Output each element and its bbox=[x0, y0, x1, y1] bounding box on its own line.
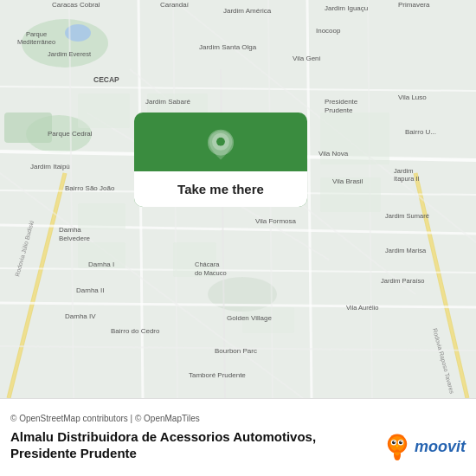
svg-rect-3 bbox=[4, 113, 52, 143]
svg-text:Jardim América: Jardim América bbox=[223, 7, 272, 15]
svg-text:Jardim Itaipú: Jardim Itaipú bbox=[30, 163, 70, 170]
svg-text:Bairro U...: Bairro U... bbox=[405, 128, 436, 136]
svg-text:Damha IV: Damha IV bbox=[65, 312, 96, 320]
svg-text:Vila Geni: Vila Geni bbox=[293, 55, 321, 62]
svg-text:Vila Nova: Vila Nova bbox=[318, 150, 349, 158]
svg-text:Itapura II: Itapura II bbox=[394, 175, 420, 183]
moovit-logo: moovit bbox=[383, 433, 466, 460]
location-pin-icon bbox=[203, 128, 238, 163]
moovit-mascot-icon bbox=[383, 433, 411, 460]
take-me-there-button[interactable]: Take me there bbox=[134, 171, 307, 207]
svg-text:Jardim Paraíso: Jardim Paraíso bbox=[381, 277, 424, 285]
bottom-bar: © OpenStreetMap contributors | © OpenMap… bbox=[0, 398, 476, 476]
svg-text:Jardim Everest: Jardim Everest bbox=[48, 50, 92, 58]
moovit-brand-text: moovit bbox=[415, 438, 466, 456]
svg-text:Inocoop: Inocoop bbox=[316, 27, 341, 35]
map-attribution: © OpenStreetMap contributors | © OpenMap… bbox=[10, 414, 466, 423]
svg-text:Jardim Sabaré: Jardim Sabaré bbox=[145, 98, 191, 106]
svg-text:Tamboré Prudente: Tamboré Prudente bbox=[189, 371, 246, 379]
svg-text:Chácara: Chácara bbox=[195, 261, 220, 268]
svg-text:Bairro do Cedro: Bairro do Cedro bbox=[111, 327, 160, 335]
svg-rect-28 bbox=[78, 93, 130, 128]
svg-text:Prudente: Prudente bbox=[325, 106, 353, 114]
svg-text:Vila Luso: Vila Luso bbox=[398, 93, 427, 101]
svg-text:Damha I: Damha I bbox=[88, 261, 114, 268]
svg-text:Bourbon Parc: Bourbon Parc bbox=[215, 347, 257, 355]
svg-text:Caracas Cobral: Caracas Cobral bbox=[52, 1, 100, 9]
svg-text:Parque: Parque bbox=[26, 30, 47, 38]
svg-rect-30 bbox=[78, 203, 125, 229]
popup-card: Take me there bbox=[134, 113, 307, 207]
svg-text:Jardim Marisa: Jardim Marisa bbox=[385, 247, 427, 254]
svg-point-89 bbox=[401, 441, 402, 443]
svg-text:Damha II: Damha II bbox=[76, 286, 104, 294]
svg-text:Primavera: Primavera bbox=[398, 1, 430, 9]
svg-text:Jardim Sumaré: Jardim Sumaré bbox=[385, 212, 429, 220]
svg-text:Belvedere: Belvedere bbox=[59, 235, 91, 242]
place-name: Almalu Distribuidora de Acessorios Autom… bbox=[10, 428, 357, 462]
svg-text:Golden Village: Golden Village bbox=[227, 314, 272, 322]
svg-text:Parque Cedral: Parque Cedral bbox=[48, 130, 93, 138]
svg-point-87 bbox=[399, 441, 402, 444]
svg-text:Damha: Damha bbox=[59, 226, 81, 234]
svg-text:Jardim Santa Olga: Jardim Santa Olga bbox=[199, 43, 257, 51]
map-container[interactable]: Caracas Cobral Carandaí Jardim América J… bbox=[0, 0, 476, 398]
svg-text:Presidente: Presidente bbox=[325, 98, 358, 106]
svg-text:Mediterrâneo: Mediterrâneo bbox=[17, 38, 55, 46]
svg-point-88 bbox=[394, 441, 396, 443]
svg-text:Vila Formosa: Vila Formosa bbox=[255, 217, 297, 225]
svg-text:do Macuco: do Macuco bbox=[195, 269, 227, 277]
svg-text:Vila Aurélio: Vila Aurélio bbox=[346, 304, 378, 312]
svg-text:CECAP: CECAP bbox=[93, 75, 119, 84]
svg-text:Vila Brasil: Vila Brasil bbox=[332, 177, 363, 185]
svg-text:Bairro São João: Bairro São João bbox=[65, 184, 115, 192]
svg-point-86 bbox=[392, 441, 396, 444]
svg-text:Carandaí: Carandaí bbox=[160, 1, 190, 9]
svg-text:Jardim Iguaçu: Jardim Iguaçu bbox=[325, 4, 368, 12]
svg-point-81 bbox=[216, 138, 225, 146]
popup-icon-area bbox=[134, 113, 307, 171]
svg-text:Jardim: Jardim bbox=[394, 167, 414, 175]
